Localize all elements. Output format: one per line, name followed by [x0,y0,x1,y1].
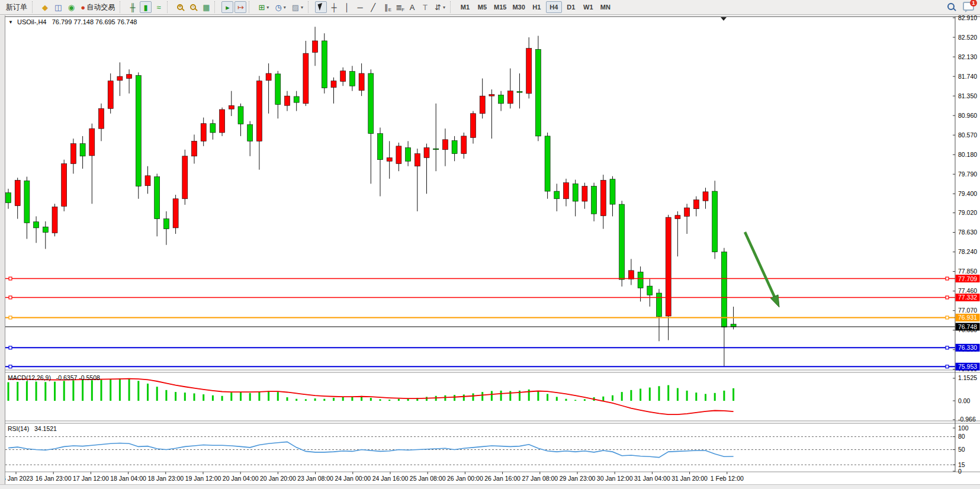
candle-body [43,227,48,232]
signals-icon[interactable]: ◉ [65,1,77,13]
window-left-frame [0,15,5,484]
indicators-dropdown-icon[interactable]: ▾ [266,5,269,10]
macd-histogram-bar [26,381,28,401]
macd-histogram-bar [287,397,288,401]
candle-body [210,124,216,133]
periods-icon[interactable]: ◷▾ [272,1,288,13]
candle-body [712,191,718,252]
chart-canvas[interactable]: 82.91082.52082.13081.74081.35080.96080.5… [0,15,980,484]
candle-body [675,215,680,219]
macd-histogram-bar [556,397,558,401]
line-handle[interactable] [946,316,949,319]
equidistant-channel-icon[interactable]: ∥E [380,1,392,13]
macd-histogram-bar [323,399,325,401]
tf-d1[interactable]: D1 [563,1,579,13]
tf-m30[interactable]: M30 [510,1,527,13]
candle-body [275,74,281,105]
label-tool-icon[interactable]: T [419,1,431,13]
macd-histogram-bar [444,395,446,401]
tile-windows-icon[interactable]: ▦ [200,1,212,13]
market-watch-icon[interactable]: ◫ [52,1,64,13]
time-axis-label: 18 Jan 23:00 [147,475,184,482]
line-handle[interactable] [946,296,949,299]
time-axis-label: 18 Jan 04:00 [110,475,146,482]
candle-body [489,95,494,96]
indicators-icon[interactable]: ⊞▾ [256,1,271,13]
line-chart-type-icon[interactable]: ≈ [153,1,165,13]
macd-histogram-bar [473,393,474,401]
chart-menu-triangle-icon[interactable]: ▼ [8,20,13,25]
macd-histogram-bar [54,382,56,401]
candle-body [442,140,448,150]
tf-m1[interactable]: M1 [457,1,473,13]
time-axis-label: 24 Jan 00:00 [335,475,371,482]
arrows-tool-dropdown-icon[interactable]: ▾ [443,5,445,10]
cursor-icon[interactable] [315,1,327,13]
periods-dropdown-icon[interactable]: ▾ [284,5,286,10]
line-handle[interactable] [946,277,949,280]
macd-histogram-bar [156,387,158,401]
time-axis-label: 31 Jan 04:00 [634,475,670,482]
profiles-icon[interactable]: ◆ [39,1,51,13]
fibonacci-icon[interactable]: ≣F [393,1,405,13]
macd-histogram-bar [454,395,455,401]
new-order-button[interactable]: 新订单 [4,1,30,13]
line-handle[interactable] [9,296,12,299]
horizontal-line-icon[interactable]: ─ [354,1,366,13]
macd-histogram-bar [667,385,669,401]
macd-histogram-bar [658,386,660,401]
macd-histogram-bar [128,378,130,401]
candlestick-type-icon[interactable]: ▮ [140,1,152,13]
zoom-in-icon[interactable]: + [174,1,186,13]
line-handle[interactable] [9,346,12,349]
toolbar-separator [249,1,253,13]
candle-body [349,72,355,86]
candle-body [564,183,569,199]
auto-scroll-icon[interactable]: ▸ [221,1,233,13]
tf-m5[interactable]: M5 [474,1,490,13]
axis-tick-label: 82.910 [958,15,977,21]
tf-h4[interactable]: H4 [546,1,562,13]
tf-mn[interactable]: MN [597,1,613,13]
candle-body [294,96,299,102]
time-axis-label: 31 Jan 20:00 [671,475,708,482]
terminal-window: 新订单◆◫◉●自动交易╫▮≈+-▦▸↦⊞▾◷▾▨▾┼│─╱∥E≣FAT⇵▾M1M… [0,0,980,489]
templates-icon[interactable]: ▨▾ [290,1,306,13]
time-axis-label: 24 Jan 16:00 [372,475,409,482]
line-handle[interactable] [9,365,12,368]
text-tool-icon[interactable]: A [406,1,418,13]
auto-trading-icon[interactable]: ●自动交易 [78,1,117,13]
zoom-out-icon[interactable]: - [187,1,199,13]
candle-body [573,184,578,201]
bar-chart-type-icon[interactable]: ╫ [127,1,139,13]
line-handle[interactable] [9,316,12,319]
tf-h1[interactable]: H1 [529,1,545,13]
chat-icon[interactable]: 1 [963,2,974,11]
trendline-icon[interactable]: ╱ [367,1,379,13]
macd-histogram-bar [63,381,65,401]
vertical-line-icon[interactable]: │ [341,1,353,13]
time-axis-label: 27 Jan 08:00 [522,475,558,482]
macd-histogram-bar [380,399,381,401]
line-handle[interactable] [9,277,12,280]
candle-body [535,49,541,136]
crosshair-icon[interactable]: ┼ [328,1,340,13]
arrows-tool-icon[interactable]: ⇵▾ [432,1,448,13]
templates-dropdown-icon[interactable]: ▾ [301,5,303,10]
search-icon[interactable] [947,3,955,10]
macd-indicator-label: MACD(12,26,9) -0.6357 -0.5508 [8,374,100,381]
macd-histogram-bar [17,382,18,401]
macd-histogram-bar [565,399,567,401]
candle-body [145,176,150,186]
line-handle[interactable] [946,346,949,349]
rsi-value: 34.1521 [34,425,57,432]
time-axis-label: 25 Jan 08:00 [410,475,446,482]
candle-body [526,49,532,94]
candle-body [693,200,699,208]
chart-shift-icon[interactable]: ↦ [234,1,246,13]
line-handle[interactable] [946,365,949,368]
candle-body [117,76,123,81]
axis-tick-label: 82.130 [958,53,977,60]
tf-m15[interactable]: M15 [491,1,509,13]
tf-w1[interactable]: W1 [580,1,596,13]
